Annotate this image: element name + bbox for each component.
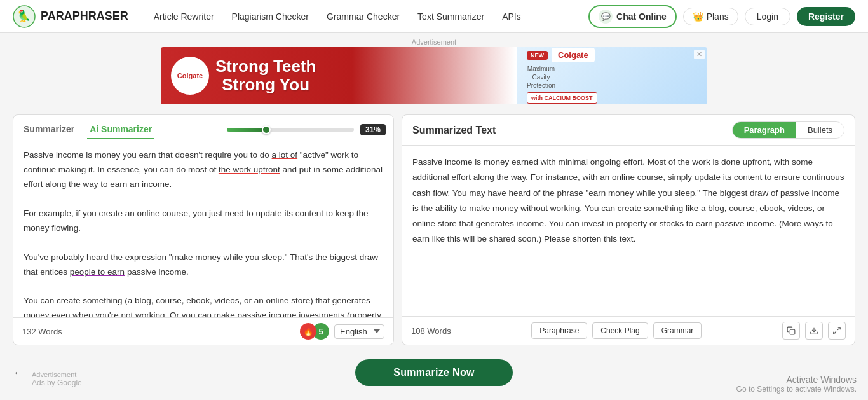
paraphrase-button[interactable]: Paraphrase — [531, 322, 587, 339]
main-content: Summarizer Ai Summarizer 31% Passive inc… — [0, 107, 868, 353]
windows-activation-sub: Go to Settings to activate Windows. — [736, 385, 857, 392]
footer-right: 🔥 5 English Spanish French German — [300, 323, 384, 340]
toggle-bullets[interactable]: Bullets — [796, 122, 844, 138]
ad-description: MaximumCavityProtection — [527, 65, 555, 90]
windows-activation-title: Activate Windows — [736, 375, 857, 385]
left-panel-footer: 132 Words 🔥 5 English Spanish French Ger… — [13, 317, 393, 345]
ad-right-section: NEW Colgate MaximumCavityProtection with… — [517, 47, 707, 104]
ads-by-google: Ads by Google — [32, 378, 82, 387]
navbar-actions: 💬 Chat Online 👑 Plans Login Register — [588, 5, 855, 28]
chat-label: Chat Online — [616, 11, 667, 22]
windows-activation: Activate Windows Go to Settings to activ… — [725, 368, 868, 392]
slider-container: 31% — [227, 124, 386, 135]
nav-article-rewriter[interactable]: Article Rewriter — [154, 11, 214, 22]
summarize-now-button[interactable]: Summarize Now — [355, 359, 513, 386]
grammar-button[interactable]: Grammar — [653, 322, 702, 339]
nav-apis[interactable]: APIs — [502, 11, 521, 22]
plans-label: Plans — [707, 11, 729, 22]
right-panel-footer: 108 Words Paraphrase Check Plag Grammar — [402, 316, 855, 345]
ad-banner[interactable]: Colgate Strong Teeth Strong You NEW Colg… — [161, 47, 707, 104]
ad-tagline: Strong Teeth Strong You — [215, 57, 316, 93]
toggle-group: Paragraph Bullets — [732, 121, 844, 139]
output-text-area: Passive income is money earned with mini… — [402, 146, 855, 316]
slider-thumb[interactable] — [262, 125, 271, 134]
right-action-buttons: Paraphrase Check Plag Grammar — [531, 322, 702, 339]
nav-links: Article Rewriter Plagiarism Checker Gram… — [154, 11, 588, 22]
slider-track[interactable] — [227, 128, 354, 132]
check-plag-button[interactable]: Check Plag — [592, 322, 648, 339]
logo-icon: 🦜 — [13, 5, 36, 28]
ad-left-section: Colgate Strong Teeth Strong You — [161, 57, 326, 95]
brand-logo[interactable]: 🦜 PARAPHRASER — [13, 5, 128, 28]
ad-label: Advertisement — [0, 38, 868, 46]
percent-badge: 31% — [360, 124, 386, 135]
toggle-paragraph[interactable]: Paragraph — [733, 122, 796, 138]
nav-text-summarizer[interactable]: Text Summarizer — [417, 11, 484, 22]
new-badge: NEW — [527, 51, 548, 60]
copy-icon[interactable] — [782, 322, 800, 340]
brand-name: PARAPHRASER — [41, 10, 128, 23]
nav-grammar-checker[interactable]: Grammar Checker — [327, 11, 400, 22]
chat-online-button[interactable]: 💬 Chat Online — [588, 5, 677, 28]
bottom-ad-label: Advertisement — [32, 371, 76, 378]
word-count-left: 132 Words — [22, 327, 62, 336]
language-select[interactable]: English Spanish French German — [334, 324, 384, 339]
register-button[interactable]: Register — [797, 7, 855, 26]
back-arrow[interactable]: ← — [13, 366, 24, 380]
colgate-logo: Colgate — [171, 57, 209, 95]
flame-icon: 🔥 — [300, 323, 316, 340]
crown-icon: 👑 — [693, 11, 703, 22]
fullscreen-icon[interactable] — [828, 322, 846, 340]
calcium-badge: with CALCIUM BOOST — [527, 92, 597, 104]
tab-ai-summarizer[interactable]: Ai Summarizer — [87, 120, 154, 139]
svg-text:🦜: 🦜 — [17, 9, 32, 23]
input-text-area[interactable]: Passive income is money you earn that do… — [13, 139, 393, 317]
right-panel-header: Summarized Text Paragraph Bullets — [402, 115, 855, 146]
right-icon-buttons — [782, 322, 846, 340]
chat-icon: 💬 — [599, 10, 613, 24]
right-panel-title: Summarized Text — [412, 125, 496, 136]
download-icon[interactable] — [805, 322, 823, 340]
left-panel: Summarizer Ai Summarizer 31% Passive inc… — [13, 114, 394, 345]
word-count-right: 108 Words — [411, 326, 451, 336]
svg-rect-2 — [790, 329, 795, 334]
ad-close-button[interactable]: ✕ — [694, 50, 705, 59]
tab-summarizer[interactable]: Summarizer — [21, 120, 77, 139]
plans-button[interactable]: 👑 Plans — [683, 8, 738, 25]
ad-container: Advertisement Colgate Strong Teeth Stron… — [0, 33, 868, 107]
right-panel: Summarized Text Paragraph Bullets Passiv… — [402, 114, 855, 345]
slider-fill — [227, 128, 266, 132]
panel-tabs: Summarizer Ai Summarizer 31% — [13, 115, 393, 139]
svg-line-5 — [834, 331, 836, 334]
svg-line-4 — [837, 328, 840, 330]
nav-plagiarism-checker[interactable]: Plagiarism Checker — [232, 11, 309, 22]
login-button[interactable]: Login — [745, 8, 790, 25]
colgate-brand: Colgate — [552, 48, 595, 62]
navbar: 🦜 PARAPHRASER Article Rewriter Plagiaris… — [0, 0, 868, 33]
badge-group: 🔥 5 — [300, 323, 329, 340]
